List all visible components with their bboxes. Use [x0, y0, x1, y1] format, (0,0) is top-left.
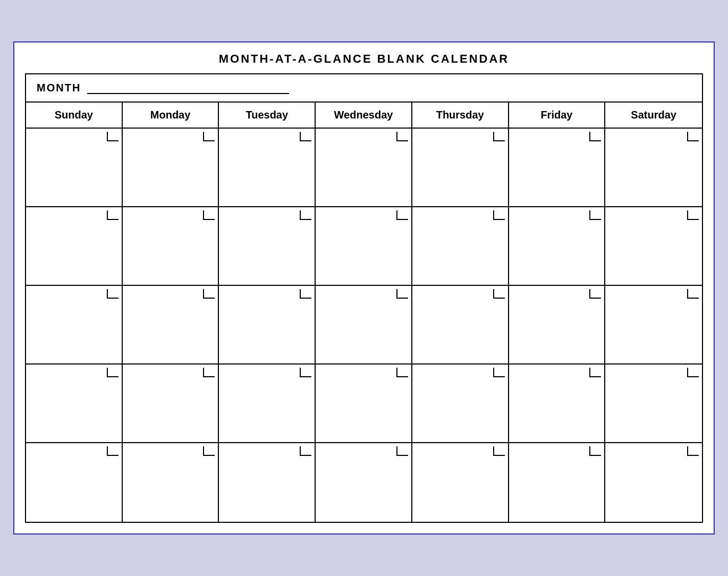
date-corner: [589, 132, 601, 141]
calendar-week-5: [26, 443, 702, 522]
cell-w4-thu: [412, 365, 509, 442]
header-friday: Friday: [509, 103, 606, 128]
date-corner: [203, 210, 215, 220]
cell-w3-mon: [123, 286, 219, 363]
date-corner: [107, 132, 118, 141]
date-corner: [107, 446, 118, 456]
cell-w1-wed: [316, 129, 412, 206]
date-corner: [300, 132, 311, 141]
cell-w2-mon: [123, 207, 219, 285]
cell-w3-fri: [509, 286, 606, 363]
date-corner: [589, 210, 601, 220]
date-corner: [300, 289, 311, 299]
cell-w2-sun: [26, 207, 123, 285]
date-corner: [687, 446, 699, 456]
cell-w3-thu: [412, 286, 509, 363]
date-corner: [687, 368, 699, 377]
date-corner: [107, 289, 118, 299]
cell-w5-thu: [412, 443, 509, 522]
header-monday: Monday: [123, 103, 219, 128]
cell-w4-sat: [605, 365, 702, 442]
cell-w4-fri: [509, 365, 606, 442]
header-wednesday: Wednesday: [316, 103, 412, 128]
cell-w1-sun: [26, 129, 123, 206]
cell-w2-thu: [412, 207, 509, 285]
cell-w2-wed: [316, 207, 412, 285]
calendar-grid: Sunday Monday Tuesday Wednesday Thursday…: [25, 101, 703, 523]
date-corner: [396, 132, 408, 141]
date-corner: [203, 368, 215, 377]
cell-w5-sun: [26, 443, 123, 522]
calendar-week-3: [26, 286, 702, 365]
date-corner: [687, 210, 699, 220]
cell-w1-mon: [123, 129, 219, 206]
date-corner: [396, 289, 408, 299]
date-corner: [589, 446, 601, 456]
cell-w3-tue: [219, 286, 316, 363]
header-sunday: Sunday: [26, 103, 123, 128]
date-corner: [396, 210, 408, 220]
date-corner: [589, 289, 601, 299]
date-corner: [396, 368, 408, 377]
month-row: MONTH: [25, 73, 703, 101]
cell-w1-fri: [509, 129, 606, 206]
date-corner: [300, 210, 311, 220]
cell-w1-sat: [605, 129, 702, 206]
date-corner: [493, 132, 505, 141]
date-corner: [107, 368, 118, 377]
month-line: [87, 82, 289, 94]
date-corner: [687, 132, 699, 141]
calendar-week-2: [26, 207, 702, 286]
cell-w4-sun: [26, 365, 123, 442]
date-corner: [203, 132, 215, 141]
date-corner: [300, 368, 311, 377]
cell-w3-sun: [26, 286, 123, 363]
date-corner: [203, 446, 215, 456]
page-title: MONTH-AT-A-GLANCE BLANK CALENDAR: [25, 52, 703, 66]
cell-w5-sat: [605, 443, 702, 522]
cell-w5-fri: [509, 443, 606, 522]
cell-w3-sat: [605, 286, 702, 363]
date-corner: [493, 210, 505, 220]
cell-w1-thu: [412, 129, 509, 206]
header-tuesday: Tuesday: [219, 103, 316, 128]
date-corner: [107, 210, 118, 220]
calendar-weeks: [26, 129, 702, 522]
cell-w4-tue: [219, 365, 316, 442]
cell-w2-sat: [605, 207, 702, 285]
cell-w5-tue: [219, 443, 316, 522]
cell-w1-tue: [219, 129, 316, 206]
date-corner: [687, 289, 699, 299]
header-saturday: Saturday: [605, 103, 702, 128]
header-thursday: Thursday: [412, 103, 509, 128]
cell-w5-mon: [123, 443, 219, 522]
cell-w4-wed: [316, 365, 412, 442]
cell-w2-tue: [219, 207, 316, 285]
date-corner: [396, 446, 408, 456]
date-corner: [493, 289, 505, 299]
cell-w5-wed: [316, 443, 412, 522]
cell-w2-fri: [509, 207, 606, 285]
page-wrapper: MONTH-AT-A-GLANCE BLANK CALENDAR MONTH S…: [13, 41, 715, 535]
day-headers: Sunday Monday Tuesday Wednesday Thursday…: [26, 103, 702, 129]
calendar-week-1: [26, 129, 702, 207]
cell-w3-wed: [316, 286, 412, 363]
date-corner: [589, 368, 601, 377]
calendar-week-4: [26, 365, 702, 443]
date-corner: [203, 289, 215, 299]
date-corner: [493, 446, 505, 456]
month-label: MONTH: [37, 82, 81, 94]
date-corner: [493, 368, 505, 377]
date-corner: [300, 446, 311, 456]
cell-w4-mon: [123, 365, 219, 442]
